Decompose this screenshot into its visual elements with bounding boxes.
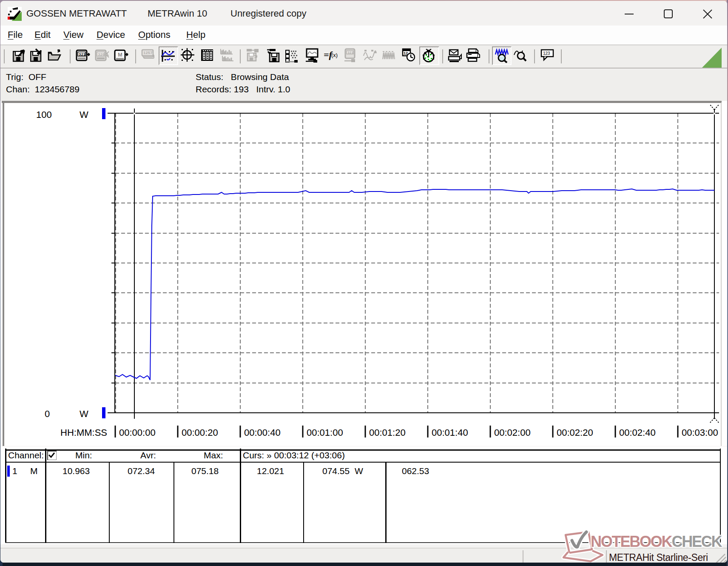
svg-text:00:01:00: 00:01:00 (307, 427, 343, 438)
svg-text:00:02:00: 00:02:00 (494, 427, 531, 438)
svg-text:00:01:20: 00:01:20 (369, 427, 406, 438)
svg-text:123: 123 (543, 51, 550, 56)
svg-text:320: 320 (98, 53, 105, 57)
svg-text:00:00:00: 00:00:00 (119, 427, 156, 438)
svg-text:HH:MM:SS: HH:MM:SS (60, 427, 107, 438)
svg-text:00:02:40: 00:02:40 (619, 427, 656, 438)
svg-text:00:01:40: 00:01:40 (432, 427, 468, 438)
svg-text:00:03:00: 00:03:00 (682, 427, 718, 438)
svg-text:321: 321 (79, 53, 86, 57)
svg-text:W: W (80, 409, 88, 419)
svg-text:00:02:20: 00:02:20 (557, 427, 593, 438)
svg-text:321: 321 (347, 51, 354, 54)
svg-text:00:00:20: 00:00:20 (182, 427, 218, 438)
svg-text:00:00:40: 00:00:40 (244, 427, 281, 438)
svg-text:(x): (x) (331, 52, 338, 58)
svg-text:W: W (80, 109, 88, 120)
svg-text:1257: 1257 (143, 51, 153, 55)
svg-text:M: M (118, 51, 122, 58)
svg-text:0: 0 (45, 409, 50, 419)
svg-text:100: 100 (36, 109, 52, 120)
